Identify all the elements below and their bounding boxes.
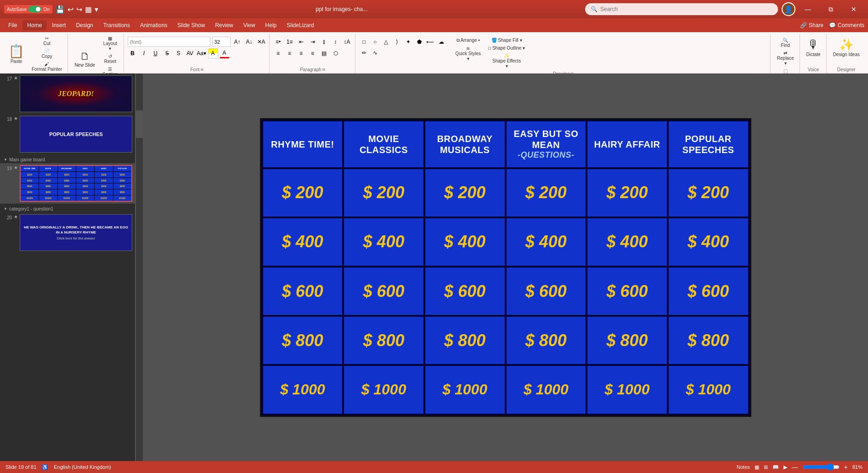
category-header-4[interactable]: EASY BUT SO MEAN -QUESTIONS-: [507, 121, 586, 167]
arrange-button[interactable]: ⧉ Arrange ▾: [453, 37, 484, 44]
menu-slideshow[interactable]: Slide Show: [173, 20, 209, 30]
menu-slidelizard[interactable]: SlideLizard: [282, 20, 318, 30]
char-spacing-button[interactable]: AV: [185, 48, 195, 58]
menu-design[interactable]: Design: [71, 20, 97, 30]
search-box[interactable]: 🔍: [585, 3, 778, 15]
shape-btn-7[interactable]: ⟵: [425, 37, 435, 47]
cell-1-800[interactable]: $ 800: [263, 317, 343, 364]
share-button[interactable]: 🔗 Share: [800, 22, 823, 28]
language[interactable]: English (United Kingdom): [54, 464, 111, 470]
minimize-button[interactable]: —: [797, 2, 818, 16]
font-family-selector[interactable]: [128, 37, 210, 47]
columns2-button[interactable]: ▤: [319, 48, 329, 58]
section-main-game-board[interactable]: Main game board: [0, 154, 135, 163]
new-slide-button[interactable]: 🗋 New Slide: [72, 50, 98, 68]
shape-btn-8[interactable]: ☁: [436, 37, 446, 47]
jeopardy-board[interactable]: RHYME TIME! MOVIE CLASSICS BROADWAY MUSI…: [260, 118, 751, 417]
align-center-button[interactable]: ≡: [285, 48, 295, 58]
slide-thumb-17[interactable]: JEOPARD!: [20, 75, 132, 112]
undo-icon[interactable]: ↩: [68, 5, 73, 14]
cell-4-400[interactable]: $ 400: [507, 218, 586, 266]
quick-styles-button[interactable]: ≋ Quick Styles ▾: [453, 45, 484, 62]
cut-button[interactable]: ✂ Cut: [29, 35, 65, 47]
shape-btn-6[interactable]: ⬟: [414, 37, 424, 47]
comments-button[interactable]: 💬 Comments: [829, 22, 864, 28]
increase-indent-button[interactable]: ⇥: [308, 37, 318, 47]
cell-5-800[interactable]: $ 800: [587, 317, 667, 364]
shape-btn-4[interactable]: ⟩: [392, 37, 402, 47]
slide-item-18[interactable]: 18 ★ POPULAR SPEECHES: [0, 114, 135, 154]
cell-4-800[interactable]: $ 800: [507, 317, 586, 364]
cell-3-400[interactable]: $ 400: [425, 218, 505, 266]
clear-format-button[interactable]: ✕A: [256, 37, 266, 47]
search-input[interactable]: [600, 6, 772, 12]
shape-effects-button[interactable]: ✨ Shape Effects ▾: [485, 52, 528, 69]
avatar[interactable]: 👤: [782, 2, 795, 16]
menu-help[interactable]: Help: [261, 20, 282, 30]
autosave-badge[interactable]: AutoSave On: [4, 5, 53, 14]
shape-fill-button[interactable]: 🪣 Shape Fill ▾: [485, 37, 528, 44]
numbering-button[interactable]: 1≡: [285, 37, 295, 47]
paste-button[interactable]: 📋 Paste: [6, 43, 27, 65]
design-ideas-button[interactable]: ✨ Design Ideas: [830, 37, 862, 58]
shape-btn-5[interactable]: ✦: [403, 37, 413, 47]
cell-2-800[interactable]: $ 800: [344, 317, 423, 364]
slide-sorter-icon[interactable]: ⊞: [764, 464, 768, 470]
menu-review[interactable]: Review: [210, 20, 237, 30]
cell-1-200[interactable]: $ 200: [263, 169, 343, 217]
align-right-button[interactable]: ≡: [296, 48, 306, 58]
cell-2-600[interactable]: $ 600: [344, 268, 423, 315]
section-category1-question1[interactable]: category1 - question1: [0, 204, 135, 212]
bold-button[interactable]: B: [128, 48, 138, 58]
zoom-slider[interactable]: [803, 463, 840, 471]
find-button[interactable]: 🔍 Find: [774, 37, 797, 49]
menu-animations[interactable]: Animations: [135, 20, 172, 30]
canvas-area[interactable]: RHYME TIME! MOVIE CLASSICS BROADWAY MUSI…: [143, 74, 868, 461]
cell-3-1000[interactable]: $ 1000: [425, 366, 505, 413]
cell-6-200[interactable]: $ 200: [669, 169, 748, 217]
strikethrough-button[interactable]: S̶: [162, 48, 172, 58]
autosave-toggle[interactable]: [28, 6, 41, 12]
cell-5-400[interactable]: $ 400: [587, 218, 667, 266]
italic-button[interactable]: I: [139, 48, 149, 58]
slide-thumb-18[interactable]: POPULAR SPEECHES: [20, 116, 132, 153]
underline-button[interactable]: U: [151, 48, 161, 58]
format-painter-button[interactable]: 🖌 Format Painter: [29, 61, 65, 73]
decrease-font-button[interactable]: A↓: [244, 37, 254, 47]
shape-btn-10[interactable]: ∿: [370, 48, 380, 58]
justify-button[interactable]: ≡: [308, 48, 318, 58]
notes-button[interactable]: Notes: [737, 464, 750, 470]
slide-item-19[interactable]: 19 ★ RHYME TIME MOVIE BROADWAY EASY HAIR…: [0, 163, 135, 204]
shape-outline-button[interactable]: □ Shape Outline ▾: [485, 45, 528, 51]
decrease-indent-button[interactable]: ⇤: [296, 37, 306, 47]
cell-5-1000[interactable]: $ 1000: [587, 366, 667, 413]
font-color-bg-button[interactable]: A: [208, 48, 218, 58]
cell-6-800[interactable]: $ 800: [669, 317, 748, 364]
menu-view[interactable]: View: [239, 20, 260, 30]
cell-2-200[interactable]: $ 200: [344, 169, 423, 217]
cell-6-600[interactable]: $ 600: [669, 268, 748, 315]
cell-5-200[interactable]: $ 200: [587, 169, 667, 217]
replace-button[interactable]: ⇄ Replace ▾: [774, 50, 797, 67]
smart-art-button[interactable]: ⬡: [331, 48, 341, 58]
cell-3-800[interactable]: $ 800: [425, 317, 505, 364]
slide-thumb-20[interactable]: HE WAS ORIGINALLY A DRINK, THEN HE BECAM…: [20, 214, 132, 251]
cell-2-1000[interactable]: $ 1000: [344, 366, 423, 413]
cell-1-1000[interactable]: $ 1000: [263, 366, 343, 413]
category-header-5[interactable]: HAIRY AFFAIR: [587, 121, 667, 167]
menu-transitions[interactable]: Transitions: [99, 20, 135, 30]
font-size-selector[interactable]: [212, 37, 231, 47]
cell-4-600[interactable]: $ 600: [507, 268, 586, 315]
cell-4-200[interactable]: $ 200: [507, 169, 586, 217]
cell-3-600[interactable]: $ 600: [425, 268, 505, 315]
reset-button[interactable]: ↺ Reset: [100, 53, 120, 65]
font-color-button[interactable]: A: [220, 48, 230, 58]
line-spacing-button[interactable]: ↕: [331, 37, 341, 47]
cell-2-400[interactable]: $ 400: [344, 218, 423, 266]
customize-icon[interactable]: ▾: [95, 5, 98, 14]
zoom-in-button[interactable]: +: [844, 463, 848, 471]
restore-button[interactable]: ⧉: [820, 2, 841, 16]
cell-1-600[interactable]: $ 600: [263, 268, 343, 315]
align-left-button[interactable]: ≡: [273, 48, 283, 58]
shadow-button[interactable]: S: [174, 48, 184, 58]
